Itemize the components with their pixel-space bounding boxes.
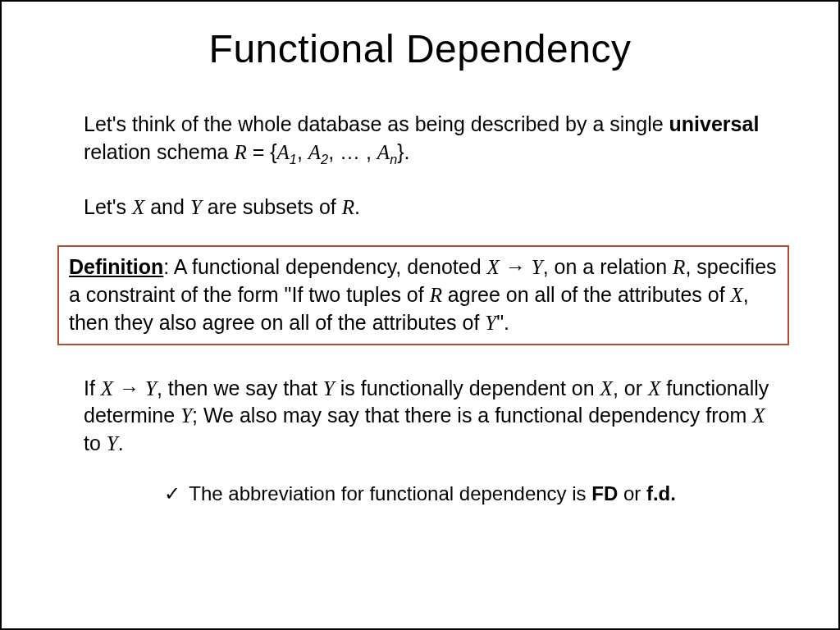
definition-label: Definition xyxy=(69,255,163,278)
math-X: X xyxy=(132,196,144,218)
definition-text: Definition: A functional dependency, den… xyxy=(69,253,778,336)
text-bold: universal xyxy=(669,112,760,135)
math-Y: Y xyxy=(485,312,496,334)
math-Y: Y xyxy=(532,256,543,278)
math-A: A xyxy=(277,141,290,163)
text: ". xyxy=(496,311,509,334)
math-Y: Y xyxy=(180,404,192,427)
arrow: → xyxy=(500,255,532,278)
slide-container: Functional Dependency Let's think of the… xyxy=(0,0,840,630)
intro-paragraph: Let's think of the whole database as bei… xyxy=(84,111,773,169)
text: agree on all of the attributes of xyxy=(442,283,731,306)
text: , on a relation xyxy=(543,255,673,278)
math-R: R xyxy=(673,256,685,278)
text-bold: FD xyxy=(591,482,618,504)
slide-title: Functional Dependency xyxy=(2,26,838,71)
text: , xyxy=(297,140,308,163)
math-X: X xyxy=(731,284,743,306)
check-icon: ✓ xyxy=(164,482,180,505)
math-Y: Y xyxy=(145,377,157,399)
text: relation schema xyxy=(84,140,234,163)
math-X: X xyxy=(752,404,765,427)
subscript: 1 xyxy=(290,152,297,167)
text: ; We also may say that there is a functi… xyxy=(192,404,752,427)
text-bold: f.d. xyxy=(646,482,676,504)
explanation-paragraph: If X → Y, then we say that Y is function… xyxy=(84,375,773,458)
math-X: X xyxy=(600,377,613,399)
text: is functionally dependent on xyxy=(335,377,600,399)
text: : A functional dependency, denoted xyxy=(163,255,486,278)
text: or xyxy=(618,482,646,504)
math-A: A xyxy=(377,141,390,163)
text: and xyxy=(144,195,190,218)
math-Y: Y xyxy=(107,432,118,454)
math-R: R xyxy=(430,284,442,306)
text: . xyxy=(354,195,360,218)
text: If xyxy=(84,377,101,399)
text: = { xyxy=(247,140,277,163)
text: are subsets of xyxy=(202,195,342,218)
math-R: R xyxy=(342,196,354,218)
text: The abbreviation for functional dependen… xyxy=(184,482,591,504)
definition-box: Definition: A functional dependency, den… xyxy=(57,245,789,345)
math-Y: Y xyxy=(190,196,202,218)
math-R: R xyxy=(234,141,246,163)
subscript: 2 xyxy=(321,152,328,167)
text: }. xyxy=(397,140,409,163)
arrow: → xyxy=(113,377,145,399)
text: . xyxy=(118,431,124,454)
text: to xyxy=(84,431,107,454)
math-X: X xyxy=(648,377,660,399)
text: , … , xyxy=(328,140,377,163)
text: Let's xyxy=(84,195,132,218)
subsets-paragraph: Let's X and Y are subsets of R. xyxy=(84,194,773,221)
text: , or xyxy=(613,377,648,399)
footer-note: ✓ The abbreviation for functional depend… xyxy=(2,482,838,505)
text: , then we say that xyxy=(157,377,323,399)
math-X: X xyxy=(487,256,500,278)
subscript: n xyxy=(390,152,397,167)
math-Y: Y xyxy=(323,377,335,399)
slide-content-lower: If X → Y, then we say that Y is function… xyxy=(2,375,838,458)
slide-content: Let's think of the whole database as bei… xyxy=(2,111,838,221)
text: Let's think of the whole database as bei… xyxy=(84,112,669,135)
math-A: A xyxy=(308,141,321,163)
math-X: X xyxy=(101,377,113,399)
